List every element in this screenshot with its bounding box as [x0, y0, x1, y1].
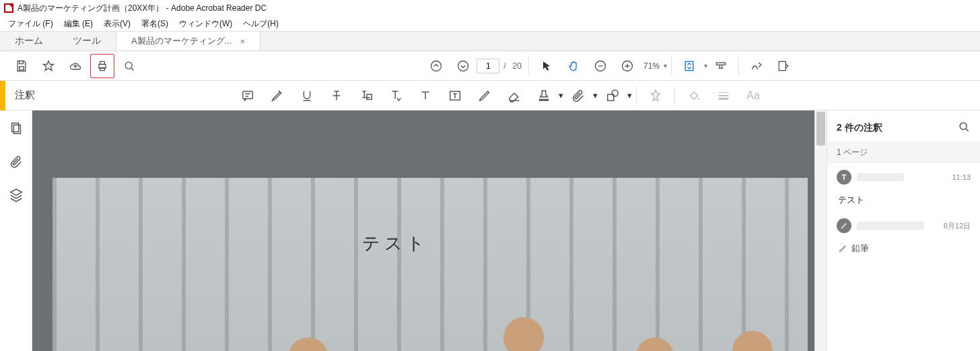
comment-text: 鉛筆: [837, 237, 971, 255]
attachments-button[interactable]: [9, 154, 24, 171]
svg-rect-18: [13, 125, 20, 134]
menu-sign[interactable]: 署名(S): [136, 17, 174, 31]
svg-point-6: [458, 61, 468, 71]
zoom-in-button[interactable]: [615, 54, 639, 78]
save-button[interactable]: [9, 54, 34, 78]
read-mode-button[interactable]: [709, 54, 733, 78]
photo-people: [53, 178, 808, 351]
page-down-button[interactable]: [451, 54, 475, 78]
zoom-level[interactable]: 71%: [641, 61, 662, 71]
selection-tool-button[interactable]: [534, 54, 559, 78]
share-send-button[interactable]: [771, 54, 796, 78]
comments-count-label: 2 件の注釈: [837, 122, 882, 134]
add-text-button[interactable]: [412, 84, 439, 108]
document-view[interactable]: テスト: [32, 110, 814, 351]
menu-view[interactable]: 表示(V): [98, 17, 136, 31]
page-number-input[interactable]: [477, 59, 499, 73]
comments-search-button[interactable]: [957, 120, 971, 135]
shapes-button[interactable]: [599, 84, 626, 108]
pencil-button[interactable]: [471, 84, 498, 108]
line-weight-button[interactable]: [710, 84, 737, 108]
title-bar: A製品のマーケティング計画（20XX年） - Adobe Acrobat Rea…: [0, 0, 980, 16]
svg-rect-13: [367, 94, 372, 99]
attach-dropdown-icon[interactable]: ▾: [593, 90, 598, 100]
replace-text-button[interactable]: [353, 84, 380, 108]
svg-rect-17: [11, 123, 18, 132]
tab-document-label: A製品のマーケティング...: [131, 35, 232, 47]
stamp-button[interactable]: [530, 84, 557, 108]
zoom-out-button[interactable]: [588, 54, 612, 78]
svg-point-4: [125, 62, 132, 69]
page-up-button[interactable]: [424, 54, 448, 78]
page-separator: /: [503, 61, 505, 71]
menu-bar: ファイル (F) 編集 (E) 表示(V) 署名(S) ウィンドウ(W) ヘルプ…: [0, 16, 980, 31]
comment-accent-bar: [0, 81, 5, 110]
comment-text: テスト: [837, 189, 971, 206]
share-sign-button[interactable]: [744, 54, 769, 78]
svg-point-19: [960, 123, 967, 129]
content-area: テスト 2 件の注釈 1 ページ T 11:13 テスト: [0, 110, 980, 351]
comment-toolbar: 注釈 ▾ ▾ ▾ Aa: [0, 81, 980, 110]
svg-rect-12: [243, 91, 253, 98]
svg-rect-3: [100, 67, 105, 70]
layers-button[interactable]: [9, 187, 24, 204]
svg-rect-10: [716, 63, 725, 65]
textbox-button[interactable]: [442, 84, 468, 108]
menu-window[interactable]: ウィンドウ(W): [174, 17, 238, 31]
strikethrough-button[interactable]: [323, 84, 350, 108]
comment-toolbar-label: 注釈: [5, 89, 44, 102]
fit-page-button[interactable]: [677, 54, 701, 78]
comment-time: 8月12日: [944, 221, 971, 231]
main-toolbar: / 20 71% ▾ ▾: [0, 51, 980, 81]
toolbar-separator: [738, 57, 739, 75]
print-button[interactable]: [90, 54, 114, 78]
thumbnails-button[interactable]: [9, 121, 24, 138]
menu-file[interactable]: ファイル (F): [3, 17, 59, 31]
top-tabs: ホーム ツール A製品のマーケティング... ×: [0, 31, 980, 51]
attach-button[interactable]: [565, 84, 592, 108]
star-button[interactable]: [36, 54, 61, 78]
svg-rect-2: [100, 61, 105, 64]
toolbar-separator: [671, 57, 672, 75]
menu-edit[interactable]: 編集 (E): [59, 17, 98, 31]
text-annotation-icon: T: [837, 170, 851, 185]
stamp-dropdown-icon[interactable]: ▾: [559, 90, 563, 100]
highlight-button[interactable]: [264, 84, 291, 108]
shapes-dropdown-icon[interactable]: ▾: [627, 90, 632, 100]
comment-author: [857, 173, 904, 181]
comment-author: [857, 222, 924, 230]
eraser-button[interactable]: [501, 84, 528, 108]
svg-rect-0: [20, 66, 24, 69]
fit-dropdown-icon[interactable]: ▾: [704, 62, 707, 69]
tab-document[interactable]: A製品のマーケティング... ×: [116, 32, 260, 51]
tab-tools[interactable]: ツール: [58, 32, 116, 51]
tab-home[interactable]: ホーム: [0, 32, 58, 51]
underline-button[interactable]: [293, 84, 320, 108]
window-title: A製品のマーケティング計画（20XX年） - Adobe Acrobat Rea…: [18, 3, 267, 14]
color-fill-button[interactable]: [680, 84, 707, 108]
tab-close-button[interactable]: ×: [240, 36, 246, 46]
comments-panel: 2 件の注釈 1 ページ T 11:13 テスト 8月12日 鉛筆: [827, 110, 980, 351]
comments-page-section: 1 ページ: [827, 142, 980, 163]
document-page: テスト: [53, 178, 808, 351]
page-total: 20: [513, 61, 522, 71]
font-size-button[interactable]: Aa: [740, 84, 767, 108]
cloud-upload-button[interactable]: [63, 54, 88, 78]
toolbar-separator: [528, 57, 529, 75]
pencil-annotation-icon: [837, 218, 851, 233]
comment-item[interactable]: 8月12日 鉛筆: [827, 212, 980, 261]
scrollbar-thumb[interactable]: [816, 112, 825, 146]
vertical-scrollbar[interactable]: [814, 110, 827, 351]
svg-rect-11: [779, 61, 785, 70]
pin-button[interactable]: [642, 84, 669, 108]
svg-point-5: [431, 61, 442, 71]
zoom-dropdown-icon[interactable]: ▾: [664, 62, 667, 69]
menu-help[interactable]: ヘルプ(H): [238, 17, 284, 31]
comment-item[interactable]: T 11:13 テスト: [827, 163, 980, 212]
acrobat-app-icon: [4, 3, 13, 13]
hand-tool-button[interactable]: [561, 54, 586, 78]
insert-text-button[interactable]: [382, 84, 409, 108]
sticky-note-button[interactable]: [234, 84, 261, 108]
search-button[interactable]: [117, 54, 141, 78]
comment-separator: [636, 87, 637, 104]
